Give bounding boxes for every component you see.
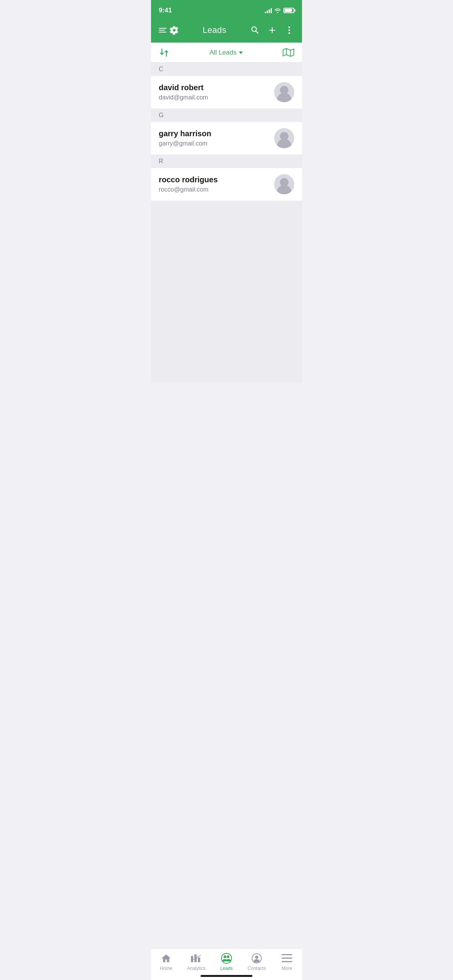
add-icon[interactable] bbox=[267, 25, 277, 35]
filter-bar: All Leads bbox=[151, 43, 302, 63]
lead-email: david@gmail.com bbox=[159, 94, 274, 101]
avatar bbox=[274, 174, 294, 194]
section-header-g: G bbox=[151, 109, 302, 122]
page-title: Leads bbox=[202, 25, 226, 35]
avatar bbox=[274, 82, 294, 102]
filter-label-text: All Leads bbox=[209, 49, 237, 57]
lead-info: rocco rodrigues rocco@gmail.com bbox=[159, 175, 274, 193]
empty-area bbox=[151, 201, 302, 348]
svg-point-0 bbox=[288, 26, 290, 28]
avatar bbox=[274, 128, 294, 148]
lead-info: david robert david@gmail.com bbox=[159, 83, 274, 101]
lead-item-david[interactable]: david robert david@gmail.com bbox=[151, 76, 302, 109]
section-header-r: R bbox=[151, 155, 302, 168]
header-actions bbox=[250, 25, 294, 35]
settings-button[interactable] bbox=[159, 26, 179, 35]
lead-info: garry harrison garry@gmail.com bbox=[159, 129, 274, 147]
svg-point-1 bbox=[288, 29, 290, 31]
sort-icon[interactable] bbox=[159, 47, 170, 58]
menu-lines-icon bbox=[159, 28, 166, 33]
map-icon[interactable] bbox=[283, 47, 294, 58]
more-icon[interactable] bbox=[284, 25, 294, 35]
lead-name: rocco rodrigues bbox=[159, 175, 274, 184]
chevron-down-icon bbox=[239, 51, 243, 54]
search-icon[interactable] bbox=[250, 25, 260, 35]
battery-icon bbox=[283, 8, 294, 13]
status-bar: 9:41 bbox=[151, 0, 302, 19]
app-header: Leads bbox=[151, 19, 302, 43]
signal-icon bbox=[265, 8, 272, 13]
section-header-c: C bbox=[151, 63, 302, 76]
lead-item-rocco[interactable]: rocco rodrigues rocco@gmail.com bbox=[151, 168, 302, 201]
filter-dropdown[interactable]: All Leads bbox=[209, 49, 243, 57]
bottom-nav-spacer bbox=[151, 348, 302, 383]
svg-point-2 bbox=[288, 32, 290, 34]
status-time: 9:41 bbox=[159, 7, 172, 14]
gear-icon bbox=[170, 26, 179, 35]
header-left bbox=[159, 26, 179, 35]
lead-name: david robert bbox=[159, 83, 274, 92]
lead-item-garry[interactable]: garry harrison garry@gmail.com bbox=[151, 122, 302, 155]
status-icons bbox=[265, 8, 294, 13]
wifi-icon bbox=[274, 8, 281, 13]
lead-email: rocco@gmail.com bbox=[159, 186, 274, 193]
main-content: C david robert david@gmail.com G garry h… bbox=[151, 63, 302, 383]
lead-email: garry@gmail.com bbox=[159, 140, 274, 147]
lead-name: garry harrison bbox=[159, 129, 274, 138]
